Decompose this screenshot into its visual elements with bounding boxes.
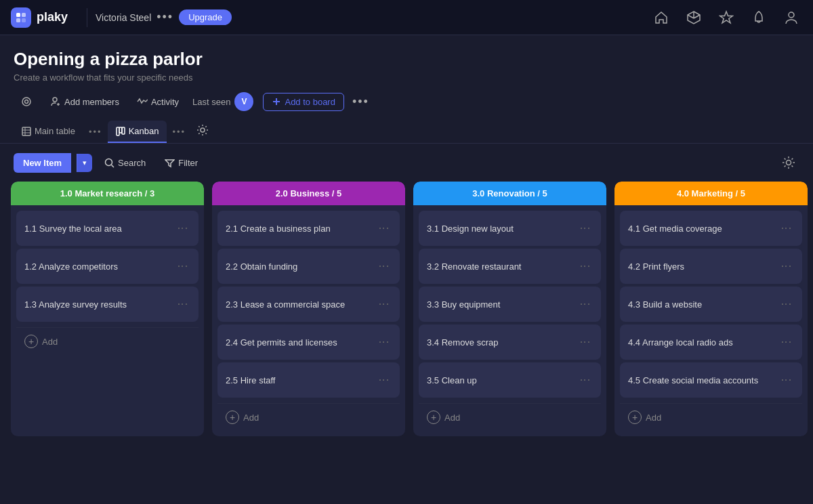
- kanban-card-1-2[interactable]: 1.2 Analyze competitors⋮: [16, 249, 199, 284]
- column-body-market-research: 1.1 Survey the local area⋮1.2 Analyze co…: [11, 205, 204, 436]
- header-actions: Add members Activity Last seen V Add to …: [14, 92, 799, 111]
- tab-main-table[interactable]: Main table: [14, 121, 83, 143]
- svg-rect-8: [22, 127, 30, 135]
- kanban-card-1-3[interactable]: 1.3 Analyze survey results⋮: [16, 287, 199, 322]
- cube-icon: [686, 10, 701, 25]
- kanban-more-button[interactable]: •••: [169, 127, 188, 137]
- svg-rect-1: [22, 13, 26, 17]
- kanban-card-2-5[interactable]: 2.5 Hire staff⋮: [217, 362, 400, 398]
- card-more-button-2-4[interactable]: ⋮: [378, 334, 389, 351]
- svg-line-17: [112, 165, 114, 167]
- kanban-card-4-4[interactable]: 4.4 Arrange local radio ads⋮: [620, 324, 802, 360]
- kanban-card-3-2[interactable]: 3.2 Renovate restaurant⋮: [419, 249, 601, 284]
- kanban-card-4-1[interactable]: 4.1 Get media coverage⋮: [620, 211, 802, 246]
- kanban-card-3-1[interactable]: 3.1 Design new layout⋮: [419, 211, 601, 246]
- tab-kanban[interactable]: Kanban: [108, 121, 167, 143]
- cube-icon-button[interactable]: [683, 7, 705, 28]
- svg-rect-0: [16, 13, 20, 17]
- board-settings-button[interactable]: [196, 124, 209, 140]
- kanban-card-2-2[interactable]: 2.2 Obtain funding⋮: [217, 249, 400, 284]
- kanban-card-2-4[interactable]: 2.4 Get permits and licenses⋮: [217, 324, 400, 360]
- kanban-column-business: 2.0 Business / 52.1 Create a business pl…: [212, 182, 405, 436]
- svg-point-6: [25, 100, 28, 104]
- kanban-card-4-2[interactable]: 4.2 Print flyers⋮: [620, 249, 802, 284]
- nav-more-button[interactable]: •••: [157, 10, 173, 24]
- main-table-more-button[interactable]: •••: [86, 127, 105, 137]
- column-add-button-marketing[interactable]: +Add: [620, 403, 802, 431]
- kanban-card-2-3[interactable]: 2.3 Lease a commercial space⋮: [217, 287, 400, 322]
- card-more-button-3-5[interactable]: ⋮: [579, 372, 590, 389]
- svg-point-18: [787, 161, 791, 165]
- kanban-card-2-1[interactable]: 2.1 Create a business plan⋮: [217, 211, 400, 246]
- toolbar-right: [778, 152, 799, 173]
- activity-button[interactable]: Activity: [130, 93, 186, 110]
- user-icon-button[interactable]: [780, 7, 802, 28]
- home-icon-button[interactable]: [650, 7, 672, 28]
- card-more-button-2-5[interactable]: ⋮: [378, 372, 389, 389]
- filter-button[interactable]: Filter: [158, 154, 205, 172]
- card-label-1-1: 1.1 Survey the local area: [24, 224, 173, 234]
- column-add-button-business[interactable]: +Add: [217, 403, 400, 431]
- bell-icon-button[interactable]: [748, 7, 770, 28]
- card-more-button-3-4[interactable]: ⋮: [579, 334, 590, 351]
- card-more-button-4-1[interactable]: ⋮: [780, 220, 791, 237]
- header-more-button[interactable]: •••: [348, 95, 373, 109]
- card-more-button-4-3[interactable]: ⋮: [780, 296, 791, 313]
- card-label-1-2: 1.2 Analyze competitors: [24, 261, 173, 272]
- kanban-card-3-3[interactable]: 3.3 Buy equipment⋮: [419, 287, 601, 322]
- card-more-button-2-3[interactable]: ⋮: [378, 296, 389, 313]
- kanban-card-4-3[interactable]: 4.3 Build a website⋮: [620, 287, 802, 322]
- new-item-button[interactable]: New Item: [14, 153, 71, 173]
- star-icon-button[interactable]: [715, 7, 737, 28]
- add-circle-icon: +: [427, 411, 440, 424]
- tab-kanban-label: Kanban: [129, 126, 159, 136]
- svg-point-15: [201, 128, 205, 132]
- new-item-dropdown-button[interactable]: ▾: [77, 154, 92, 172]
- view-tabs: Main table ••• Kanban •••: [0, 121, 813, 144]
- column-header-renovation: 3.0 Renovation / 5: [413, 182, 606, 205]
- card-more-button-2-1[interactable]: ⋮: [378, 220, 389, 237]
- column-header-market-research: 1.0 Market research / 3: [11, 182, 204, 205]
- kanban-card-4-5[interactable]: 4.5 Create social media accounts⋮: [620, 362, 802, 398]
- add-to-board-button[interactable]: Add to board: [263, 93, 343, 111]
- card-more-button-1-1[interactable]: ⋮: [177, 220, 188, 237]
- star-icon: [719, 10, 734, 25]
- search-button[interactable]: Search: [98, 154, 152, 172]
- kanban-column-renovation: 3.0 Renovation / 53.1 Design new layout⋮…: [413, 182, 606, 436]
- kanban-card-3-4[interactable]: 3.4 Remove scrap⋮: [419, 324, 601, 360]
- page-title: Opening a pizza parlor: [14, 49, 799, 70]
- kanban-card-1-1[interactable]: 1.1 Survey the local area⋮: [16, 211, 199, 246]
- nav-right-icons: [650, 7, 802, 28]
- table-icon: [22, 127, 31, 136]
- avatar[interactable]: V: [234, 92, 253, 111]
- add-members-button[interactable]: Add members: [43, 93, 126, 110]
- card-label-3-5: 3.5 Clean up: [427, 375, 576, 385]
- kanban-card-3-5[interactable]: 3.5 Clean up⋮: [419, 362, 601, 398]
- settings-gear-icon: [196, 124, 209, 136]
- column-body-renovation: 3.1 Design new layout⋮3.2 Renovate resta…: [413, 205, 606, 436]
- svg-rect-3: [22, 18, 26, 22]
- card-more-button-4-4[interactable]: ⋮: [780, 334, 791, 351]
- kanban-board: 1.0 Market research / 31.1 Survey the lo…: [0, 182, 813, 447]
- last-seen-area: Last seen V: [192, 92, 253, 111]
- toolbar-gear-icon: [782, 156, 795, 169]
- card-more-button-1-2[interactable]: ⋮: [177, 258, 188, 275]
- svg-rect-14: [122, 127, 125, 134]
- card-more-button-3-3[interactable]: ⋮: [579, 296, 590, 313]
- column-add-button-market-research[interactable]: +Add: [16, 327, 199, 355]
- card-label-3-1: 3.1 Design new layout: [427, 224, 576, 234]
- page-subtitle: Create a workflow that fits your specifi…: [14, 72, 799, 83]
- column-add-button-renovation[interactable]: +Add: [419, 403, 601, 431]
- card-more-button-3-1[interactable]: ⋮: [579, 220, 590, 237]
- toolbar-settings-button[interactable]: [778, 152, 799, 173]
- logo-area: plaky: [11, 7, 68, 28]
- card-more-button-2-2[interactable]: ⋮: [378, 258, 389, 275]
- card-more-button-3-2[interactable]: ⋮: [579, 258, 590, 275]
- top-navigation: plaky Victoria Steel ••• Upgrade: [0, 0, 813, 35]
- card-more-button-4-2[interactable]: ⋮: [780, 258, 791, 275]
- watch-button[interactable]: [14, 92, 39, 111]
- card-label-2-1: 2.1 Create a business plan: [226, 224, 375, 234]
- card-more-button-1-3[interactable]: ⋮: [177, 296, 188, 313]
- upgrade-button[interactable]: Upgrade: [179, 9, 232, 25]
- card-more-button-4-5[interactable]: ⋮: [780, 372, 791, 389]
